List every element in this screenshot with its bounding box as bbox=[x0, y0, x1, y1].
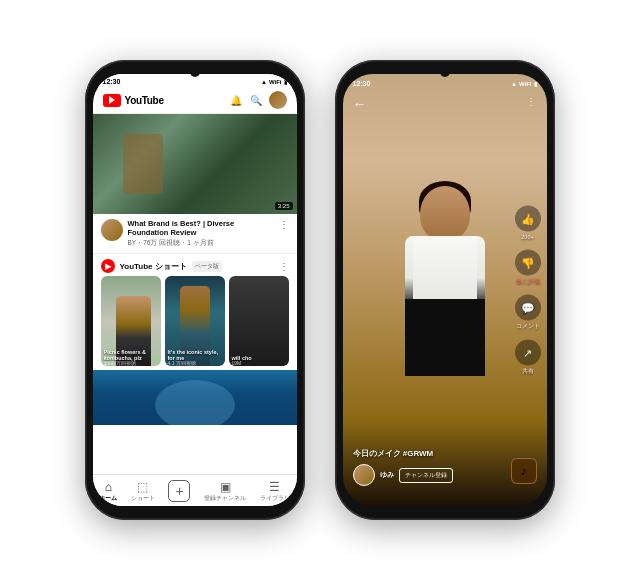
bottom-nav: ⌂ ホーム ⬚ ショート + ▣ 登録チャンネル ☰ ライブラリ bbox=[93, 474, 297, 506]
short-card-views-2: 4.1 万回視聴 bbox=[168, 360, 196, 366]
shorts-section-header: ▶ YouTube ショート ベータ版 ⋮ bbox=[93, 254, 297, 276]
shorts-status-icons: ▲ WiFi ▮ bbox=[511, 80, 537, 87]
nav-home[interactable]: ⌂ ホーム bbox=[99, 480, 117, 502]
video-info-row[interactable]: What Brand is Best? | Diverse Foundation… bbox=[93, 214, 297, 254]
status-icons: ▲ WiFi ▮ bbox=[261, 78, 287, 85]
punch-hole-left bbox=[190, 67, 200, 77]
right-screen: 12:30 ▲ WiFi ▮ ← ⋮ 👍 200+ 👎 低く評価 bbox=[343, 74, 547, 506]
short-card-1[interactable]: Picnic flowers & kombucha, plz 5000 万回視聴 bbox=[101, 276, 161, 366]
hero-thumbnail[interactable]: 3:25 bbox=[93, 114, 297, 214]
channel-thumbnail bbox=[101, 219, 123, 241]
punch-hole-right bbox=[440, 67, 450, 77]
shorts-title: YouTube ショート bbox=[120, 261, 187, 272]
youtube-logo-text: YouTube bbox=[125, 95, 164, 106]
person-bottom-garment bbox=[405, 299, 485, 376]
battery-icon: ▮ bbox=[284, 78, 287, 85]
logo-area: YouTube bbox=[103, 94, 223, 107]
video-duration: 3:25 bbox=[275, 202, 293, 210]
thumbs-down-icon: 👎 bbox=[515, 250, 541, 276]
nav-home-label: ホーム bbox=[99, 495, 117, 502]
short-card-views-3: 19M bbox=[232, 360, 242, 366]
comment-action[interactable]: 💬 コメント bbox=[515, 295, 541, 330]
nav-subscriptions[interactable]: ▣ 登録チャンネル bbox=[204, 480, 246, 502]
short-card-views: 5000 万回視聴 bbox=[104, 360, 137, 366]
add-icon: + bbox=[168, 480, 190, 502]
signal-icon: ▲ bbox=[261, 79, 267, 85]
wifi-icon: WiFi bbox=[269, 79, 282, 85]
user-avatar[interactable] bbox=[269, 91, 287, 109]
shorts-grid: Picnic flowers & kombucha, plz 5000 万回視聴… bbox=[93, 276, 297, 366]
left-phone: 12:30 ▲ WiFi ▮ YouTube 🔔 🔍 bbox=[85, 60, 305, 520]
youtube-header: YouTube 🔔 🔍 bbox=[93, 87, 297, 114]
nav-library[interactable]: ☰ ライブラリ bbox=[260, 480, 290, 502]
shorts-action-buttons: 👍 200+ 👎 低く評価 💬 コメント ↗ 共有 bbox=[515, 206, 541, 375]
shorts-fullscreen: 12:30 ▲ WiFi ▮ ← ⋮ 👍 200+ 👎 低く評価 bbox=[343, 74, 547, 506]
nav-library-label: ライブラリ bbox=[260, 495, 290, 502]
person-head bbox=[420, 186, 470, 241]
subscriptions-icon: ▣ bbox=[220, 480, 231, 494]
shorts-video-info: 今日のメイク #GRWM ゆみ チャンネル登録 bbox=[353, 448, 497, 486]
hero-image bbox=[93, 114, 297, 214]
short-card-3[interactable]: will cho 19M bbox=[229, 276, 289, 366]
youtube-app: 12:30 ▲ WiFi ▮ YouTube 🔔 🔍 bbox=[93, 74, 297, 506]
share-action[interactable]: ↗ 共有 bbox=[515, 340, 541, 375]
shorts-battery-icon: ▮ bbox=[534, 80, 537, 87]
shorts-nav-icon: ⬚ bbox=[137, 480, 148, 494]
channel-name: ゆみ bbox=[380, 470, 394, 480]
right-phone: 12:30 ▲ WiFi ▮ ← ⋮ 👍 200+ 👎 低く評価 bbox=[335, 60, 555, 520]
dislike-label: 低く評価 bbox=[516, 278, 540, 285]
channel-avatar bbox=[353, 464, 375, 486]
nav-subscriptions-label: 登録チャンネル bbox=[204, 495, 246, 502]
comment-label: コメント bbox=[516, 323, 540, 330]
shorts-more-options-icon[interactable]: ⋮ bbox=[526, 96, 537, 107]
shorts-signal-icon: ▲ bbox=[511, 81, 517, 87]
nav-add[interactable]: + bbox=[168, 480, 190, 502]
video-title: What Brand is Best? | Diverse Foundation… bbox=[128, 219, 274, 237]
comment-icon: 💬 bbox=[515, 295, 541, 321]
like-count: 200+ bbox=[521, 234, 533, 240]
share-label: 共有 bbox=[522, 368, 534, 375]
more-options-icon[interactable]: ⋮ bbox=[279, 219, 289, 230]
back-arrow-icon[interactable]: ← bbox=[353, 96, 367, 112]
nav-shorts-label: ショート bbox=[131, 495, 155, 502]
audio-button[interactable]: ♪ bbox=[511, 458, 537, 484]
shorts-hashtag-text: 今日のメイク #GRWM bbox=[353, 448, 497, 459]
shorts-more-icon[interactable]: ⋮ bbox=[279, 261, 289, 272]
search-icon[interactable]: 🔍 bbox=[249, 93, 263, 107]
library-icon: ☰ bbox=[269, 480, 280, 494]
shorts-status-bar: 12:30 ▲ WiFi ▮ bbox=[353, 80, 537, 87]
channel-info-row: ゆみ チャンネル登録 bbox=[353, 464, 497, 486]
shorts-logo-icon: ▶ bbox=[101, 259, 115, 273]
notification-bell-icon[interactable]: 🔔 bbox=[229, 93, 243, 107]
video-metadata: What Brand is Best? | Diverse Foundation… bbox=[128, 219, 274, 248]
thumbs-up-icon: 👍 bbox=[515, 206, 541, 232]
shorts-beta-badge: ベータ版 bbox=[192, 261, 222, 272]
dislike-action[interactable]: 👎 低く評価 bbox=[515, 250, 541, 285]
subscribe-button[interactable]: チャンネル登録 bbox=[399, 468, 453, 483]
youtube-logo-icon bbox=[103, 94, 121, 107]
header-actions: 🔔 🔍 bbox=[229, 91, 287, 109]
person-body bbox=[405, 236, 485, 376]
short-card-2[interactable]: It's the iconic style, for me 4.1 万回視聴 bbox=[165, 276, 225, 366]
status-time: 12:30 bbox=[103, 78, 121, 85]
nav-shorts[interactable]: ⬚ ショート bbox=[131, 480, 155, 502]
shorts-wifi-icon: WiFi bbox=[519, 81, 532, 87]
shorts-time: 12:30 bbox=[353, 80, 371, 87]
person-figure bbox=[385, 186, 505, 446]
share-icon: ↗ bbox=[515, 340, 541, 366]
bottom-recommended-thumb[interactable] bbox=[93, 370, 297, 425]
left-screen: 12:30 ▲ WiFi ▮ YouTube 🔔 🔍 bbox=[93, 74, 297, 506]
audio-wave-icon: ♪ bbox=[521, 464, 527, 478]
like-action[interactable]: 👍 200+ bbox=[515, 206, 541, 240]
home-icon: ⌂ bbox=[105, 480, 112, 494]
video-stats: BY・76万 回視聴・1 ヶ月前 bbox=[128, 239, 274, 248]
